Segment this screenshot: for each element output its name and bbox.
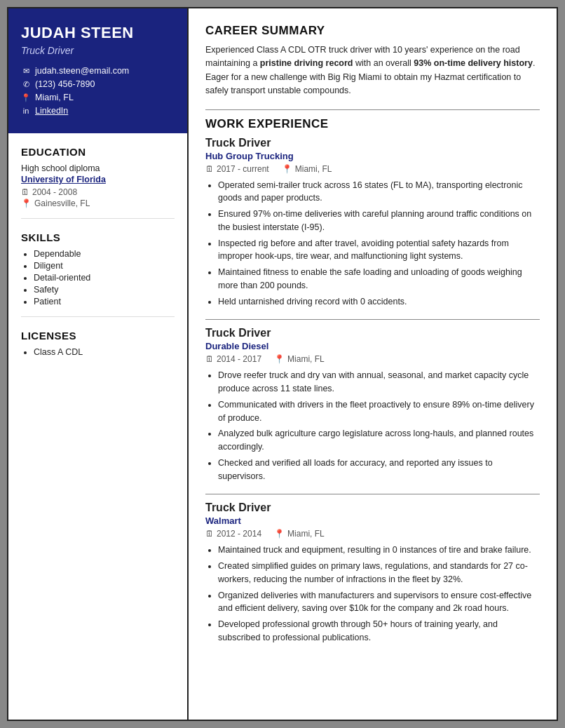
job-3: Truck Driver Walmart 🗓 2012 - 2014 📍 Mia… [205,501,540,644]
summary-bold1: pristine driving record [260,58,353,68]
work-experience-title: WORK EXPERIENCE [205,117,540,131]
licenses-list: Class A CDL [21,347,175,357]
skill-item: Detail-oriented [34,273,175,283]
edu-years: 🗓 2004 - 2008 [21,187,175,197]
job-3-bullet-2: Created simplified guides on primary law… [218,560,540,586]
job-2-title: Truck Driver [205,327,540,339]
edu-degree: High school diploma [21,163,175,173]
skills-section-title: SKILLS [21,231,175,243]
job-3-company: Walmart [205,515,540,526]
candidate-title: Truck Driver [21,45,175,56]
job-2-location-item: 📍 Miami, FL [274,354,325,364]
education-divider [21,218,175,219]
main-content: CAREER SUMMARY Experienced Class A CDL O… [187,8,557,720]
license-item: Class A CDL [34,347,175,357]
skill-item: Patient [34,297,175,306]
job-3-location-item: 📍 Miami, FL [274,529,325,539]
summary-bold2: 93% on-time delivery history [414,58,533,68]
phone-icon: ✆ [21,80,31,89]
skills-divider [21,316,175,317]
career-summary-title: CAREER SUMMARY [205,24,540,38]
job-2-bullets: Drove reefer truck and dry van with annu… [205,369,540,483]
work-section-divider [205,109,540,110]
licenses-section-title: LICENSES [21,330,175,342]
edu-location: 📍 Gainesville, FL [21,198,175,208]
job-1-location: Miami, FL [295,164,332,174]
job-2-meta: 🗓 2014 - 2017 📍 Miami, FL [205,354,540,364]
skill-item: Safety [34,285,175,295]
sidebar-header: JUDAH STEEN Truck Driver ✉ judah.steen@e… [8,8,187,133]
skill-item: Dependable [34,249,175,259]
edu-location-icon: 📍 [21,198,32,208]
sidebar-body: EDUCATION High school diploma University… [8,133,187,359]
job-1-company: Hub Group Trucking [205,151,540,161]
phone-item: ✆ (123) 456-7890 [21,79,175,89]
contact-list: ✉ judah.steen@email.com ✆ (123) 456-7890… [21,66,175,116]
job-3-bullet-3: Organized deliveries with manufacturers … [218,589,540,616]
email-value: judah.steen@email.com [35,66,129,76]
resume-container: JUDAH STEEN Truck Driver ✉ judah.steen@e… [7,7,558,721]
job-3-years-item: 🗓 2012 - 2014 [205,529,261,539]
edu-location-value: Gainesville, FL [34,198,90,208]
job-2-location: Miami, FL [287,354,325,364]
job-1-bullet-4: Maintained fitness to enable the safe lo… [218,266,540,292]
job-2-divider [205,319,540,320]
job-2-bullet-1: Drove reefer truck and dry van with annu… [218,369,540,396]
job-3-title: Truck Driver [205,501,540,514]
job-2-bullet-2: Communicated with drivers in the fleet p… [218,398,540,425]
job-3-calendar-icon: 🗓 [205,529,214,539]
location-item: 📍 Miami, FL [21,93,175,102]
edu-calendar-icon: 🗓 [21,187,29,197]
job-1-bullet-2: Ensured 97% on-time deliveries with care… [218,208,540,234]
edu-years-value: 2004 - 2008 [32,187,77,197]
job-2-bullet-4: Checked and verified all loads for accur… [218,457,540,483]
job-2-location-icon: 📍 [274,354,285,364]
job-1-location-item: 📍 Miami, FL [282,164,332,174]
job-1-title: Truck Driver [205,137,540,149]
career-summary-text: Experienced Class A CDL OTR truck driver… [205,43,540,98]
summary-part2: with an overall [353,58,414,68]
skills-list: Dependable Diligent Detail-oriented Safe… [21,249,175,306]
job-3-divider [205,494,540,494]
job-3-location: Miami, FL [287,529,325,539]
job-3-location-icon: 📍 [274,529,285,539]
job-2-years: 2014 - 2017 [217,354,261,364]
job-3-bullet-4: Developed professional growth through 50… [218,618,540,645]
job-3-years: 2012 - 2014 [217,529,261,539]
job-1-location-icon: 📍 [282,164,292,174]
job-1-bullet-1: Operated semi-trailer truck across 16 st… [218,179,540,205]
location-value: Miami, FL [35,93,74,102]
job-1-calendar-icon: 🗓 [205,164,214,174]
job-1-bullet-3: Inspected rig before and after travel, a… [218,237,540,264]
job-2-bullet-3: Analyzed bulk agriculture cargo legislat… [218,427,540,454]
job-2-company: Durable Diesel [205,341,540,351]
linkedin-item[interactable]: in LinkedIn [21,106,175,116]
phone-value: (123) 456-7890 [35,79,95,89]
job-1-years-item: 🗓 2017 - current [205,164,269,174]
job-3-bullets: Maintained truck and equipment, resultin… [205,544,540,644]
job-1-bullet-5: Held untarnished driving record with 0 a… [218,295,540,309]
job-2-calendar-icon: 🗓 [205,354,214,364]
skill-item: Diligent [34,261,175,271]
job-2: Truck Driver Durable Diesel 🗓 2014 - 201… [205,327,540,483]
job-1-years: 2017 - current [217,164,269,174]
email-item: ✉ judah.steen@email.com [21,66,175,76]
sidebar: JUDAH STEEN Truck Driver ✉ judah.steen@e… [8,8,187,720]
location-icon: 📍 [21,93,31,102]
job-1: Truck Driver Hub Group Trucking 🗓 2017 -… [205,137,540,309]
email-icon: ✉ [21,67,31,76]
linkedin-link[interactable]: LinkedIn [35,106,68,116]
job-3-bullet-1: Maintained truck and equipment, resultin… [218,544,540,557]
job-3-meta: 🗓 2012 - 2014 📍 Miami, FL [205,529,540,539]
linkedin-icon: in [21,107,31,115]
edu-school: University of Florida [21,175,175,184]
education-section-title: EDUCATION [21,146,175,158]
job-1-bullets: Operated semi-trailer truck across 16 st… [205,179,540,309]
job-2-years-item: 🗓 2014 - 2017 [205,354,261,364]
job-1-meta: 🗓 2017 - current 📍 Miami, FL [205,164,540,174]
candidate-name: JUDAH STEEN [21,24,175,42]
